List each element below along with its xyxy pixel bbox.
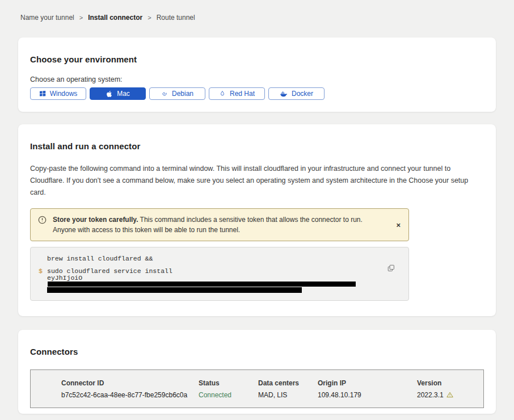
- breadcrumb-separator: >: [148, 14, 151, 21]
- col-header-data-centers: Data centers: [258, 379, 318, 387]
- col-header-status: Status: [199, 379, 258, 387]
- os-select-label: Choose an operating system:: [30, 75, 484, 83]
- os-button-label: Docker: [292, 90, 313, 98]
- connectors-table: Connector ID Status Data centers Origin …: [30, 369, 484, 408]
- shell-prompt: $: [39, 268, 43, 274]
- code-command: $ sudo cloudflared service install eyJhI…: [47, 267, 377, 293]
- connectors-card: Connectors Connector ID Status Data cent…: [18, 330, 496, 414]
- os-button-docker[interactable]: Docker: [268, 87, 325, 100]
- os-button-group: Windows Mac Debian: [30, 87, 484, 100]
- environment-card-title: Choose your environment: [30, 54, 484, 64]
- redhat-icon: [219, 90, 226, 97]
- os-button-label: Mac: [117, 90, 130, 98]
- warning-triangle-icon: [446, 392, 453, 398]
- install-card-title: Install and run a connector: [30, 141, 484, 151]
- code-line-sudo: sudo cloudflared service install: [47, 267, 377, 274]
- os-button-debian[interactable]: Debian: [149, 87, 205, 100]
- token-warning-banner: Store your token carefully. This command…: [30, 208, 409, 241]
- page-content: Name your tunnel > Install connector > R…: [0, 0, 514, 420]
- breadcrumb: Name your tunnel > Install connector > R…: [18, 0, 496, 22]
- install-command-code-block: brew install cloudflared && $ sudo cloud…: [30, 247, 409, 301]
- docker-icon: [280, 90, 288, 97]
- copy-icon[interactable]: [386, 263, 396, 275]
- debian-icon: [161, 90, 168, 97]
- token-prefix: eyJhIjoiO: [47, 274, 82, 282]
- status-badge: Connected: [199, 391, 258, 399]
- close-icon[interactable]: ×: [394, 219, 403, 231]
- data-centers-value: MAD, LIS: [258, 391, 318, 399]
- col-header-version: Version: [417, 379, 483, 387]
- col-header-connector-id: Connector ID: [61, 379, 199, 387]
- alert-circle-icon: [38, 216, 47, 227]
- os-button-label: Windows: [50, 90, 78, 98]
- code-line-brew: brew install cloudflared &&: [47, 255, 377, 262]
- connectors-card-title: Connectors: [30, 347, 484, 356]
- token-redaction-bar: [48, 282, 356, 287]
- origin-ip-value: 109.48.10.179: [318, 391, 417, 399]
- version-value: 2022.3.1: [417, 391, 483, 399]
- os-button-redhat[interactable]: Red Hat: [209, 87, 265, 100]
- os-button-windows[interactable]: Windows: [30, 87, 86, 100]
- connector-id-value: b7c52c42-6caa-48ee-8c77-fbe259cb6c0a: [61, 391, 199, 399]
- version-number: 2022.3.1: [417, 391, 444, 399]
- breadcrumb-install-connector[interactable]: Install connector: [88, 14, 142, 22]
- install-description: Copy-paste the following command into a …: [30, 163, 484, 199]
- breadcrumb-name-your-tunnel[interactable]: Name your tunnel: [20, 14, 74, 22]
- os-button-mac[interactable]: Mac: [90, 87, 146, 100]
- install-connector-card: Install and run a connector Copy-paste t…: [18, 124, 496, 316]
- breadcrumb-route-tunnel[interactable]: Route tunnel: [157, 14, 195, 22]
- windows-icon: [39, 90, 46, 97]
- token-redaction-bar: [47, 287, 302, 293]
- col-header-origin-ip: Origin IP: [318, 379, 417, 387]
- table-row: b7c52c42-6caa-48ee-8c77-fbe259cb6c0a Con…: [61, 391, 483, 399]
- os-button-label: Debian: [172, 90, 193, 98]
- environment-card: Choose your environment Choose an operat…: [18, 37, 496, 112]
- warning-title: Store your token carefully.: [53, 216, 138, 224]
- code-line-token: eyJhIjoiO: [47, 274, 377, 287]
- breadcrumb-separator: >: [79, 14, 83, 21]
- apple-icon: [106, 90, 113, 98]
- table-header-row: Connector ID Status Data centers Origin …: [61, 379, 483, 387]
- os-button-label: Red Hat: [230, 90, 255, 98]
